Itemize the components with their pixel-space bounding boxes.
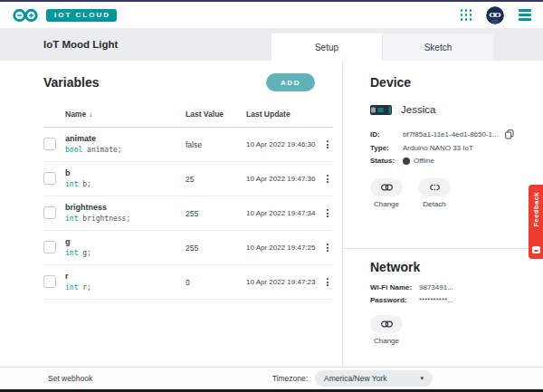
column-header-last-update: Last Update [246, 110, 322, 119]
row-menu-icon[interactable] [322, 206, 333, 220]
column-header-name[interactable]: Name↓ [65, 110, 186, 119]
feedback-smiley-icon [532, 246, 540, 253]
device-status-value: Offline [414, 157, 434, 165]
variable-declaration: int brightness; [65, 214, 186, 225]
copy-icon[interactable] [505, 129, 514, 139]
variable-last-value: 25 [186, 175, 246, 184]
row-menu-icon[interactable] [322, 172, 333, 186]
arduino-logo-icon [12, 7, 39, 24]
app-window: IOT CLOUD IoT Mood Light Setup Sketch [0, 0, 543, 392]
device-panel: Device Jessica ID: bf7f85a1-11e1-4ed1-86… [343, 61, 543, 367]
wifi-name-label: Wi-Fi Name: [370, 283, 419, 292]
row-checkbox[interactable] [43, 172, 56, 185]
feedback-tab[interactable]: Feedback [529, 185, 543, 259]
status-offline-icon [403, 158, 410, 165]
timezone-label: Timezone: [272, 374, 308, 383]
tab-setup[interactable]: Setup [272, 33, 382, 61]
variable-last-value: 255 [186, 209, 246, 218]
column-header-last-value: Last Value [186, 110, 246, 119]
tab-bar: Setup Sketch [272, 33, 493, 61]
device-id-value: bf7f85a1-11e1-4ed1-8650-1... [403, 130, 499, 139]
feedback-label: Feedback [532, 192, 540, 227]
variable-last-value: 0 [186, 278, 246, 287]
device-id-label: ID: [370, 130, 403, 139]
broken-link-icon [429, 184, 441, 191]
variable-name: animate [65, 133, 186, 145]
caret-down-icon: ▾ [420, 375, 424, 382]
variables-title: Variables [43, 75, 100, 90]
user-avatar[interactable] [486, 6, 504, 24]
password-value: **********... [419, 296, 527, 304]
variable-name: r [65, 271, 186, 282]
row-menu-icon[interactable] [322, 275, 333, 289]
wifi-name-value: 9873491... [419, 283, 527, 292]
brand-badge: IOT CLOUD [46, 9, 117, 22]
row-checkbox[interactable] [43, 206, 56, 219]
section-divider [343, 248, 543, 249]
row-menu-icon[interactable] [322, 138, 333, 151]
variable-last-update: 10 Apr 2022 19:47:25 [246, 244, 322, 252]
variables-table-header: Name↓ Last Value Last Update [43, 100, 333, 128]
variable-name: brightness [65, 202, 186, 214]
brand[interactable]: IOT CLOUD [12, 7, 117, 24]
device-title: Device [370, 75, 527, 90]
device-type-value: Arduino NANO 33 IoT [403, 144, 527, 152]
variable-last-update: 10 Apr 2022 19:47:23 [246, 278, 322, 286]
timezone-select[interactable]: America/New York ▾ [315, 370, 433, 387]
variable-row: brightness int brightness; 255 10 Apr 20… [43, 196, 333, 231]
device-change-button[interactable] [370, 178, 403, 196]
password-label: Password: [370, 296, 419, 304]
variable-declaration: int g; [65, 248, 186, 259]
page-title: IoT Mood Light [43, 39, 118, 50]
device-name: Jessica [401, 104, 435, 115]
device-status-label: Status: [370, 157, 403, 165]
variable-name: g [65, 236, 186, 248]
tab-sketch[interactable]: Sketch [382, 33, 493, 61]
variable-last-update: 10 Apr 2022 19:46:30 [246, 140, 322, 148]
variable-row: animate bool animate; false 10 Apr 2022 … [43, 128, 333, 162]
variables-panel: Variables ADD Name↓ Last Value Last Upda… [0, 61, 342, 367]
top-bar-actions [461, 6, 532, 24]
variable-declaration: int r; [65, 282, 186, 293]
variable-row: r int r; 0 10 Apr 2022 19:47:23 [43, 265, 333, 300]
add-variable-button[interactable]: ADD [266, 73, 315, 91]
variable-row: g int g; 255 10 Apr 2022 19:47:25 [43, 231, 333, 265]
menu-icon[interactable] [519, 9, 531, 21]
avatar-image-icon [486, 6, 504, 24]
device-detach-label: Detach [423, 200, 445, 208]
sub-header: IoT Mood Light Setup Sketch [0, 28, 543, 61]
device-details: ID: bf7f85a1-11e1-4ed1-8650-1... Type: A… [370, 129, 527, 165]
link-icon [381, 184, 393, 191]
sort-descending-icon: ↓ [89, 110, 92, 119]
variable-last-update: 10 Apr 2022 19:47:34 [246, 209, 322, 217]
network-change-button[interactable] [370, 315, 403, 333]
row-checkbox[interactable] [43, 138, 56, 150]
main-content: Variables ADD Name↓ Last Value Last Upda… [0, 61, 543, 367]
variable-name: b [65, 167, 186, 179]
device-detach-button[interactable] [418, 178, 451, 196]
row-checkbox[interactable] [43, 275, 56, 288]
device-board-icon [370, 105, 392, 115]
variables-table-body: animate bool animate; false 10 Apr 2022 … [43, 128, 333, 300]
row-menu-icon[interactable] [322, 241, 333, 254]
variable-last-value: false [186, 140, 246, 149]
row-checkbox[interactable] [43, 241, 56, 253]
timezone-value: America/New York [324, 374, 386, 383]
apps-grid-icon[interactable] [461, 9, 472, 21]
device-change-label: Change [374, 200, 399, 208]
variable-declaration: int b; [65, 179, 186, 190]
network-change-label: Change [374, 337, 399, 345]
link-icon [381, 320, 393, 328]
network-title: Network [370, 260, 527, 274]
variable-row: b int b; 25 10 Apr 2022 19:47:36 [43, 162, 333, 196]
variable-last-value: 255 [186, 244, 246, 253]
variable-declaration: bool animate; [65, 145, 186, 156]
top-bar: IOT CLOUD [0, 2, 543, 28]
network-details: Wi-Fi Name: 9873491... Password: *******… [370, 283, 527, 304]
footer-bar: Set webhook Timezone: America/New York ▾ [0, 367, 543, 389]
set-webhook-link[interactable]: Set webhook [48, 374, 92, 383]
variable-last-update: 10 Apr 2022 19:47:36 [246, 175, 322, 183]
device-type-label: Type: [370, 144, 403, 152]
network-section: Network Wi-Fi Name: 9873491... Password:… [370, 260, 527, 345]
